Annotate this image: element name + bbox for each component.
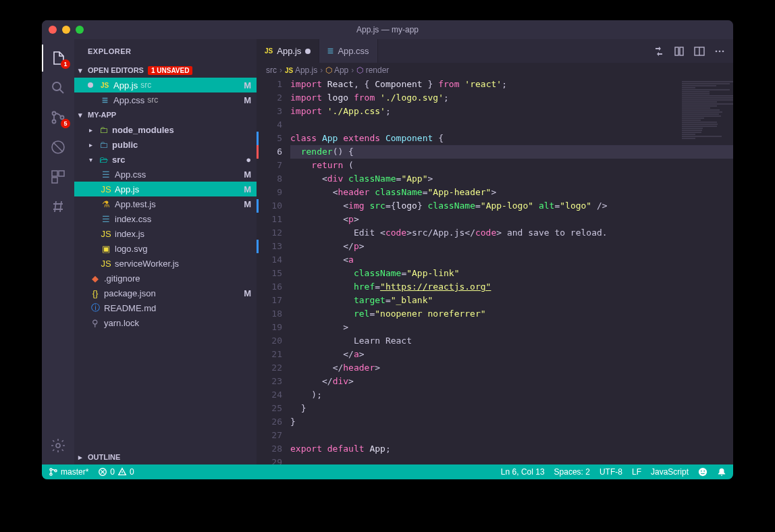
minimap[interactable]	[679, 78, 733, 464]
code-line[interactable]: </a>	[290, 348, 733, 361]
breadcrumbs[interactable]: src›JS App.js›⬡ App›⬡ render	[257, 63, 733, 78]
feedback-icon[interactable]	[698, 467, 707, 477]
eol-status[interactable]: LF	[632, 467, 641, 477]
language-status[interactable]: JavaScript	[651, 467, 689, 477]
line-number: 16	[257, 280, 282, 294]
code-line[interactable]: render() {	[290, 145, 733, 159]
item-name: node_modules	[112, 125, 174, 135]
more-actions-icon[interactable]	[714, 46, 725, 57]
tree-folder[interactable]: ▸🗀public	[74, 137, 257, 152]
code-line[interactable]: className="App-link"	[290, 267, 733, 280]
code-line[interactable]	[290, 429, 733, 442]
code-line[interactable]: target="_blank"	[290, 294, 733, 307]
code-line[interactable]: import logo from './logo.svg';	[290, 91, 733, 105]
code-line[interactable]: >	[290, 321, 733, 334]
line-number: 5	[257, 132, 282, 145]
code-line[interactable]: href="https://reactjs.org"	[290, 280, 733, 294]
tree-file[interactable]: JSApp.jsM	[74, 182, 257, 196]
tree-file[interactable]: {}package.jsonM	[74, 286, 257, 300]
breadcrumb-item[interactable]: src	[266, 65, 277, 75]
svg-point-21	[703, 471, 705, 472]
line-number: 11	[257, 213, 282, 226]
svg-point-16	[50, 473, 52, 475]
code-line[interactable]: Edit <code>src/App.js</code> and save to…	[290, 226, 733, 240]
code-line[interactable]	[290, 456, 733, 464]
open-editors-section[interactable]: ▾ OPEN EDITORS 1 UNSAVED	[74, 63, 257, 78]
js-file-icon: JS	[100, 184, 112, 194]
activity-scm[interactable]: 5	[42, 104, 74, 131]
line-number: 15	[257, 267, 282, 280]
tree-file[interactable]: JSserviceWorker.js	[74, 256, 257, 271]
activity-settings[interactable]	[42, 432, 74, 459]
open-editor-item[interactable]: JSApp.jssrcM	[74, 78, 257, 92]
activity-hash[interactable]	[42, 193, 74, 220]
line-number: 2	[257, 91, 282, 105]
activity-search[interactable]	[42, 74, 74, 101]
svg-rect-9	[675, 47, 678, 55]
editor-tab[interactable]: JSApp.js	[257, 39, 319, 63]
split-editor-icon[interactable]	[694, 46, 705, 57]
problems-status[interactable]: 0 0	[98, 467, 134, 477]
tree-file[interactable]: ☰App.cssM	[74, 167, 257, 182]
code-line[interactable]: <div className="App">	[290, 172, 733, 186]
indentation-status[interactable]: Spaces: 2	[554, 467, 590, 477]
code-line[interactable]: }	[290, 415, 733, 429]
breadcrumb-item[interactable]: ⬡ App	[325, 65, 348, 75]
svg-point-2	[53, 120, 56, 124]
cursor-position[interactable]: Ln 6, Col 13	[501, 467, 545, 477]
code-line[interactable]: <header className="App-header">	[290, 186, 733, 199]
editor-tab[interactable]: ☰App.css	[319, 39, 377, 63]
project-label: MY-APP	[88, 111, 116, 119]
code-line[interactable]: <img src={logo} className="App-logo" alt…	[290, 199, 733, 213]
breadcrumb-item[interactable]: JS App.js	[285, 65, 317, 75]
open-changes-icon[interactable]	[674, 46, 685, 57]
svg-point-1	[53, 112, 56, 115]
code-line[interactable]: </div>	[290, 375, 733, 388]
code-line[interactable]: import React, { Component } from 'react'…	[290, 78, 733, 91]
item-name: package.json	[104, 288, 156, 298]
tree-file[interactable]: ⚲yarn.lock	[74, 315, 257, 330]
tree-file[interactable]: ☰index.css	[74, 211, 257, 226]
code-line[interactable]: import './App.css';	[290, 105, 733, 118]
code-line[interactable]: </header>	[290, 361, 733, 375]
compare-icon[interactable]	[653, 46, 664, 57]
tree-folder[interactable]: ▸🗀node_modules	[74, 122, 257, 137]
code-line[interactable]: </p>	[290, 240, 733, 253]
svg-rect-6	[59, 171, 64, 176]
code-content[interactable]: import React, { Component } from 'react'…	[290, 78, 733, 464]
tree-file[interactable]: ⚗App.test.jsM	[74, 196, 257, 211]
activity-explorer[interactable]: 1	[42, 45, 74, 72]
code-line[interactable]	[290, 118, 733, 132]
activity-debug[interactable]	[42, 134, 74, 161]
tree-file[interactable]: JSindex.js	[74, 226, 257, 241]
svg-rect-7	[52, 178, 57, 183]
outline-section[interactable]: ▸ OUTLINE	[74, 450, 257, 464]
code-line[interactable]: export default App;	[290, 442, 733, 456]
code-line[interactable]: return (	[290, 159, 733, 172]
project-section[interactable]: ▾ MY-APP	[74, 107, 257, 122]
open-editor-item[interactable]: ☰App.csssrcM	[74, 92, 257, 107]
tree-file[interactable]: ⓘREADME.md	[74, 300, 257, 315]
code-editor[interactable]: 1234567891011121314151617181920212223242…	[257, 78, 733, 464]
line-number: 28	[257, 442, 282, 456]
js-file-icon: JS	[99, 82, 111, 89]
tree-folder[interactable]: ▾🗁src●	[74, 152, 257, 167]
svg-point-13	[719, 50, 721, 52]
breadcrumb-item[interactable]: ⬡ render	[356, 65, 389, 75]
code-line[interactable]: Learn React	[290, 334, 733, 348]
code-line[interactable]: }	[290, 402, 733, 415]
activity-extensions[interactable]	[42, 163, 74, 190]
code-line[interactable]: <a	[290, 253, 733, 267]
code-line[interactable]: <p>	[290, 213, 733, 226]
encoding-status[interactable]: UTF-8	[599, 467, 622, 477]
code-line[interactable]: rel="noopener noreferrer"	[290, 307, 733, 321]
editor-tabs: JSApp.js☰App.css	[257, 39, 733, 63]
tree-file[interactable]: ▣logo.svg	[74, 241, 257, 256]
code-line[interactable]: class App extends Component {	[290, 132, 733, 145]
file-name: App.js	[113, 80, 138, 90]
git-branch-status[interactable]: master*	[49, 467, 88, 477]
tree-file[interactable]: ◆.gitignore	[74, 271, 257, 286]
line-number: 9	[257, 186, 282, 199]
notifications-icon[interactable]	[717, 467, 726, 477]
code-line[interactable]: );	[290, 388, 733, 402]
